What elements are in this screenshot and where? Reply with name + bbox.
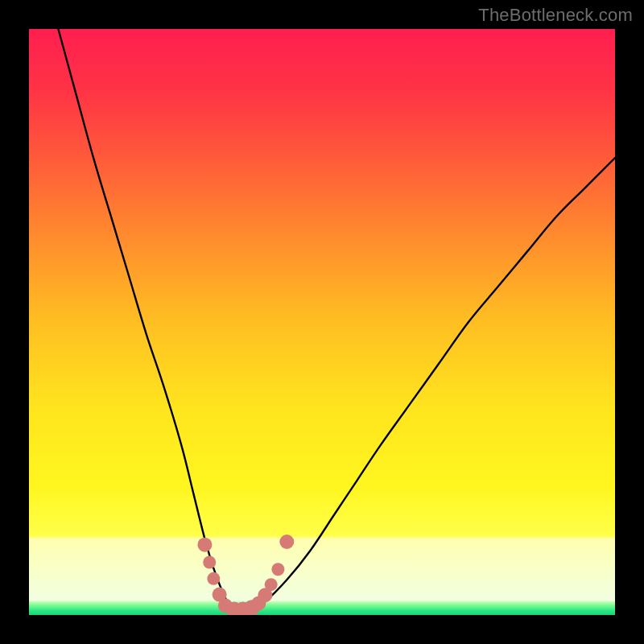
highlight-point [203, 555, 216, 568]
highlight-point [207, 572, 220, 585]
highlight-point [197, 538, 212, 552]
bottleneck-curve [58, 29, 615, 611]
highlight-markers [197, 535, 294, 615]
watermark-text: TheBottleneck.com [478, 5, 633, 26]
plot-area [29, 29, 615, 615]
highlight-point [271, 563, 284, 576]
highlight-point [265, 578, 278, 591]
curve-layer [29, 29, 615, 615]
chart-frame: TheBottleneck.com [0, 0, 644, 644]
highlight-point [279, 535, 294, 549]
